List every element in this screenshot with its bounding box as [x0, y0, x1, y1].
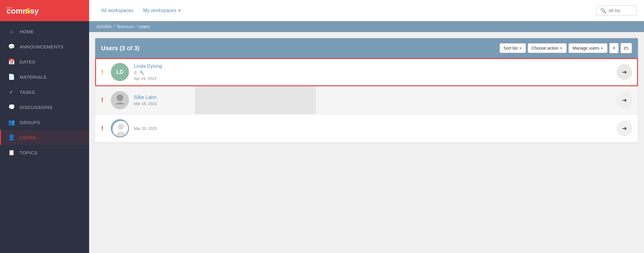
sidebar-item-announcements[interactable]: 💬 ANNOUNCEMENTS — [0, 39, 89, 54]
breadcrumb: AGORA / Testraum / Users — [89, 21, 644, 32]
svg-text:●●●: ●●● — [7, 6, 12, 9]
discussions-icon: 💭 — [8, 104, 15, 110]
list-view-icon: ≡ — [613, 45, 615, 51]
content-area: Users (3 of 3) Sort list ▼ Choose action… — [89, 32, 644, 253]
materials-icon: 📄 — [8, 74, 15, 80]
sidebar-item-groups-label: GROUPS — [20, 120, 40, 125]
user-name-silke[interactable]: Silke Lahn — [134, 95, 612, 100]
breadcrumb-agora[interactable]: AGORA — [96, 24, 112, 29]
sidebar-item-announcements-label: ANNOUNCEMENTS — [20, 44, 63, 49]
login-as-unknown-button[interactable]: ➜ — [617, 121, 632, 136]
panel-title: Users (3 of 3) — [101, 45, 500, 52]
warning-icon-silke: ! — [101, 96, 106, 104]
phone-icon: ✆ — [134, 71, 137, 75]
tasks-icon: ✓ — [8, 89, 15, 95]
panel-header: Users (3 of 3) Sort list ▼ Choose action… — [95, 38, 638, 58]
users-panel: Users (3 of 3) Sort list ▼ Choose action… — [95, 38, 638, 142]
login-as-silke-button[interactable]: ➜ — [617, 93, 632, 108]
login-as-linda-button[interactable]: ➜ — [617, 64, 632, 80]
all-workspaces-link[interactable]: All workspaces — [96, 5, 138, 16]
panel-actions: Sort list ▼ Choose action ▼ Manage users… — [500, 43, 632, 53]
user-icons-linda: ✆ 🔧 — [134, 70, 612, 75]
sidebar-item-tasks[interactable]: ✓ TASKS — [0, 84, 89, 100]
warning-icon-linda: ! — [101, 68, 106, 76]
users-icon: 👤 — [8, 134, 15, 141]
user-row-unknown: ! Mar 20, 2023 ➜ — [95, 114, 638, 142]
sidebar-item-materials[interactable]: 📄 MATERIALS — [0, 69, 89, 84]
breadcrumb-testraum[interactable]: Testraum — [116, 24, 134, 29]
folder-icon: 🗁 — [624, 45, 629, 51]
chevron-down-icon: ▼ — [178, 8, 181, 13]
topbar: All workspaces My workspaces ▼ 🔍 — [89, 0, 644, 21]
user-row-linda: ! LD Linda Dylong ✆ 🔧 Apr 19, 2023 ➜ — [95, 58, 638, 86]
manage-users-button[interactable]: Manage users ▼ — [568, 43, 607, 53]
user-row-silke: ! Silke Lahn Mar 16, 2023 — [95, 86, 638, 114]
wrench-icon: 🔧 — [140, 71, 144, 75]
login-icon-linda: ➜ — [622, 68, 627, 76]
login-icon-silke: ➜ — [622, 97, 627, 104]
avatar-linda: LD — [111, 63, 129, 81]
user-date-linda: Apr 19, 2023 — [134, 76, 612, 81]
sidebar-item-topics-label: TOPICS — [20, 150, 37, 155]
topics-icon: 📋 — [8, 149, 15, 156]
user-date-unknown: Mar 20, 2023 — [134, 126, 612, 131]
sidebar-item-home-label: HOME — [20, 29, 34, 34]
list-view-button[interactable]: ≡ — [609, 43, 619, 53]
my-workspaces-label: My workspaces — [143, 8, 176, 13]
choose-action-button[interactable]: Choose action ▼ — [528, 43, 567, 53]
avatar-initials-linda: LD — [116, 69, 124, 75]
my-workspaces-dropdown[interactable]: My workspaces ▼ — [138, 5, 186, 16]
choose-action-caret: ▼ — [560, 47, 563, 50]
sidebar-item-groups[interactable]: 👥 GROUPS — [0, 115, 89, 130]
manage-users-label: Manage users — [572, 46, 599, 51]
user-info-linda: Linda Dylong ✆ 🔧 Apr 19, 2023 — [134, 64, 612, 81]
groups-icon: 👥 — [8, 119, 15, 126]
dates-icon: 📅 — [8, 58, 15, 65]
sidebar-item-topics[interactable]: 📋 TOPICS — [0, 145, 89, 160]
sort-list-button[interactable]: Sort list ▼ — [500, 43, 526, 53]
svg-point-9 — [118, 124, 124, 130]
sidebar-item-dates[interactable]: 📅 DATES — [0, 54, 89, 69]
breadcrumb-current: Users — [139, 24, 150, 29]
breadcrumb-sep-1: / — [114, 24, 115, 29]
search-bar[interactable]: 🔍 — [596, 5, 637, 15]
avatar-unknown — [111, 119, 129, 137]
sidebar-item-materials-label: MATERIALS — [20, 74, 46, 80]
sidebar-item-users[interactable]: 👤 USERS — [0, 130, 89, 145]
logo-container: comm 5 sy ●●● — [0, 0, 89, 21]
sidebar-nav: ⌂ HOME 💬 ANNOUNCEMENTS 📅 DATES 📄 MATERIA… — [0, 21, 89, 253]
user-info-silke: Silke Lahn Mar 16, 2023 — [134, 95, 612, 106]
sidebar-item-users-label: USERS — [20, 135, 36, 140]
svg-rect-7 — [111, 104, 129, 109]
sidebar: comm 5 sy ●●● ⌂ HOME 💬 ANNOUNCEMENTS 📅 D… — [0, 0, 89, 253]
sidebar-item-discussions[interactable]: 💭 DISCUSSIONS — [0, 100, 89, 115]
silke-avatar-svg — [111, 91, 129, 109]
choose-action-label: Choose action — [532, 46, 559, 51]
sidebar-item-home[interactable]: ⌂ HOME — [0, 24, 89, 39]
avatar-silke — [111, 91, 129, 109]
breadcrumb-sep-2: / — [136, 24, 137, 29]
login-icon-unknown: ➜ — [622, 125, 627, 132]
sort-list-caret: ▼ — [519, 47, 522, 50]
manage-users-caret: ▼ — [601, 47, 604, 50]
svg-text:sy: sy — [30, 7, 39, 15]
search-input[interactable] — [609, 8, 633, 13]
sidebar-item-tasks-label: TASKS — [20, 90, 35, 95]
sidebar-item-dates-label: DATES — [20, 59, 35, 64]
logo-svg: comm 5 sy ●●● — [6, 5, 42, 17]
home-icon: ⌂ — [8, 28, 15, 35]
unknown-avatar-svg — [112, 120, 129, 137]
warning-icon-unknown: ! — [101, 124, 106, 132]
announcements-icon: 💬 — [8, 43, 15, 50]
svg-point-5 — [117, 94, 123, 101]
user-name-linda[interactable]: Linda Dylong — [134, 64, 612, 69]
sidebar-item-discussions-label: DISCUSSIONS — [20, 105, 53, 110]
search-icon: 🔍 — [600, 8, 606, 13]
main-area: All workspaces My workspaces ▼ 🔍 AGORA /… — [89, 0, 644, 253]
user-info-unknown: Mar 20, 2023 — [134, 126, 612, 131]
sort-list-label: Sort list — [504, 46, 518, 51]
folder-view-button[interactable]: 🗁 — [620, 43, 632, 53]
user-date-silke: Mar 16, 2023 — [134, 101, 612, 106]
